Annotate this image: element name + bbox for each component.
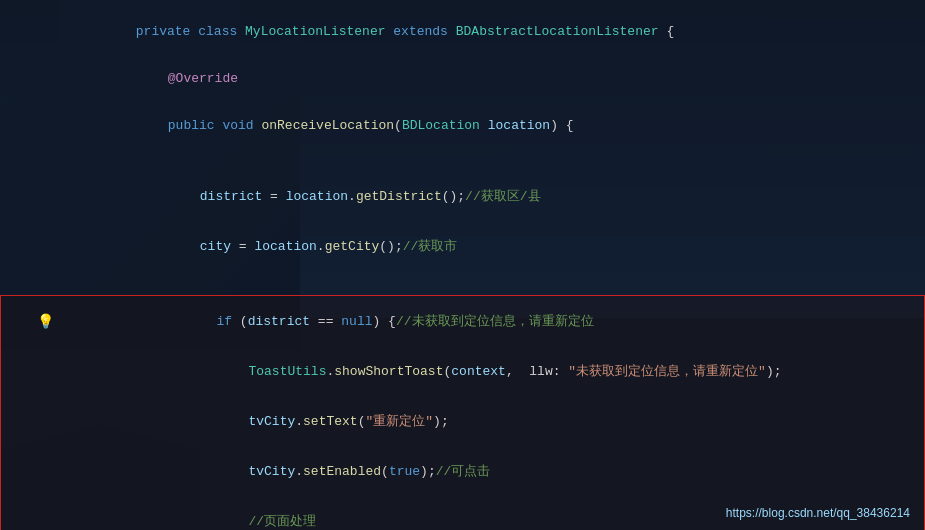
code-line-3: public void onReceiveLocation(BDLocation… xyxy=(0,102,925,149)
line-content-setenabled-true: tvCity.setEnabled(true);//可点击 xyxy=(54,447,924,495)
watermark-text: https://blog.csdn.net/qq_38436214 xyxy=(726,506,910,520)
watermark: https://blog.csdn.net/qq_38436214 xyxy=(726,506,910,520)
code-line-if: 💡 if (district == null) {//未获取到定位信息，请重新定… xyxy=(1,296,924,346)
code-line-city: city = location.getCity();//获取市 xyxy=(0,221,925,271)
line-icon-bulb: 💡 xyxy=(36,313,54,330)
line-content-settext: tvCity.setText("重新定位"); xyxy=(54,397,924,445)
highlighted-code-block: 💡 if (district == null) {//未获取到定位信息，请重新定… xyxy=(0,295,925,530)
code-line-toast: ToastUtils.showShortToast(context, llw: … xyxy=(1,346,924,396)
line-content-toast: ToastUtils.showShortToast(context, llw: … xyxy=(54,347,924,395)
code-line-district: district = location.getDistrict();//获取区/… xyxy=(0,171,925,221)
line-content-blank2 xyxy=(53,275,925,290)
line-content-1: private class MyLocationListener extends… xyxy=(53,9,925,54)
line-content-3: public void onReceiveLocation(BDLocation… xyxy=(53,103,925,148)
line-content-2: @Override xyxy=(53,56,925,101)
code-line-1: private class MyLocationListener extends… xyxy=(0,8,925,55)
code-line-blank2 xyxy=(0,271,925,293)
line-content-if: if (district == null) {//未获取到定位信息，请重新定位 xyxy=(54,297,924,345)
bulb-icon: 💡 xyxy=(37,313,54,330)
code-line-blank1 xyxy=(0,149,925,171)
code-line-2: @Override xyxy=(0,55,925,102)
line-content-district: district = location.getDistrict();//获取区/… xyxy=(53,172,925,220)
code-line-setenabled-true: tvCity.setEnabled(true);//可点击 xyxy=(1,446,924,496)
code-line-settext: tvCity.setText("重新定位"); xyxy=(1,396,924,446)
code-container: private class MyLocationListener extends… xyxy=(0,0,925,530)
line-content-blank1 xyxy=(53,153,925,168)
line-content-city: city = location.getCity();//获取市 xyxy=(53,222,925,270)
